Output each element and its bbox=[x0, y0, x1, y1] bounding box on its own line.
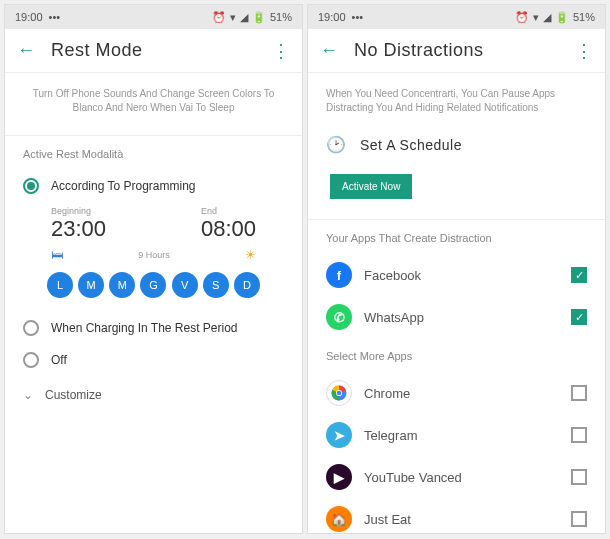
content: When You Need Concentrarti, You Can Paus… bbox=[308, 73, 605, 533]
description: Turn Off Phone Sounds And Change Screen … bbox=[23, 87, 284, 115]
signal-icon: ◢ bbox=[240, 11, 248, 24]
radio-label: When Charging In The Rest Period bbox=[51, 321, 238, 335]
signal-icon: ◢ bbox=[543, 11, 551, 24]
no-distractions-screen: 19:00 ••• ⏰ ▾ ◢ 🔋 51% ← No Distractions … bbox=[307, 4, 606, 534]
divider bbox=[308, 219, 605, 220]
page-title: Rest Mode bbox=[51, 40, 256, 61]
just-eat-icon: 🏠 bbox=[326, 506, 352, 532]
back-button[interactable]: ← bbox=[17, 40, 35, 61]
bed-icon: 🛏 bbox=[51, 248, 63, 262]
more-menu-button[interactable]: ⋮ bbox=[575, 40, 593, 62]
app-row-justeat[interactable]: 🏠 Just Eat bbox=[326, 498, 587, 533]
divider bbox=[5, 135, 302, 136]
rest-mode-screen: 19:00 ••• ⏰ ▾ ◢ 🔋 51% ← Rest Mode ⋮ Turn… bbox=[4, 4, 303, 534]
status-dots-icon: ••• bbox=[352, 11, 364, 23]
radio-off[interactable]: Off bbox=[23, 344, 284, 376]
checkbox[interactable]: ✓ bbox=[571, 309, 587, 325]
time-begin-value: 23:00 bbox=[51, 216, 106, 242]
section-distracting-label: Your Apps That Create Distraction bbox=[326, 232, 587, 244]
chrome-icon bbox=[326, 380, 352, 406]
day-v[interactable]: V bbox=[172, 272, 198, 298]
app-name: Chrome bbox=[364, 386, 559, 401]
section-more-label: Select More Apps bbox=[326, 350, 587, 362]
radio-icon bbox=[23, 320, 39, 336]
status-time: 19:00 bbox=[318, 11, 346, 23]
time-begin[interactable]: Beginning 23:00 bbox=[51, 206, 106, 242]
app-row-chrome[interactable]: Chrome bbox=[326, 372, 587, 414]
wifi-icon: ▾ bbox=[533, 11, 539, 24]
battery-icon: 🔋 bbox=[252, 11, 266, 24]
day-m1[interactable]: M bbox=[78, 272, 104, 298]
battery-pct: 51% bbox=[573, 11, 595, 23]
wifi-icon: ▾ bbox=[230, 11, 236, 24]
alarm-icon: ⏰ bbox=[212, 11, 226, 24]
app-name: Telegram bbox=[364, 428, 559, 443]
time-row: Beginning 23:00 End 08:00 bbox=[23, 206, 284, 242]
set-schedule-row[interactable]: 🕑 Set A Schedule bbox=[326, 135, 587, 154]
section-active-label: Active Rest Modalità bbox=[23, 148, 284, 160]
checkbox[interactable] bbox=[571, 385, 587, 401]
app-row-youtube[interactable]: ▶ YouTube Vanced bbox=[326, 456, 587, 498]
time-end-label: End bbox=[201, 206, 256, 216]
duration-row: 🛏 9 Hours ☀ bbox=[23, 242, 284, 272]
checkbox[interactable] bbox=[571, 427, 587, 443]
radio-icon bbox=[23, 352, 39, 368]
customize-row[interactable]: ⌄ Customize bbox=[23, 376, 284, 414]
radio-icon bbox=[23, 178, 39, 194]
time-end-value: 08:00 bbox=[201, 216, 256, 242]
app-bar: ← Rest Mode ⋮ bbox=[5, 29, 302, 73]
app-row-facebook[interactable]: f Facebook ✓ bbox=[326, 254, 587, 296]
youtube-vanced-icon: ▶ bbox=[326, 464, 352, 490]
status-bar: 19:00 ••• ⏰ ▾ ◢ 🔋 51% bbox=[5, 5, 302, 29]
alarm-icon: ⏰ bbox=[515, 11, 529, 24]
checkbox[interactable]: ✓ bbox=[571, 267, 587, 283]
battery-pct: 51% bbox=[270, 11, 292, 23]
day-d[interactable]: D bbox=[234, 272, 260, 298]
more-menu-button[interactable]: ⋮ bbox=[272, 40, 290, 62]
page-title: No Distractions bbox=[354, 40, 559, 61]
radio-programming[interactable]: According To Programming bbox=[23, 170, 284, 202]
whatsapp-icon: ✆ bbox=[326, 304, 352, 330]
radio-charging[interactable]: When Charging In The Rest Period bbox=[23, 312, 284, 344]
content: Turn Off Phone Sounds And Change Screen … bbox=[5, 73, 302, 533]
app-name: Facebook bbox=[364, 268, 559, 283]
radio-label: According To Programming bbox=[51, 179, 196, 193]
app-name: YouTube Vanced bbox=[364, 470, 559, 485]
status-bar: 19:00 ••• ⏰ ▾ ◢ 🔋 51% bbox=[308, 5, 605, 29]
time-end[interactable]: End 08:00 bbox=[201, 206, 256, 242]
chevron-down-icon: ⌄ bbox=[23, 388, 33, 402]
day-g[interactable]: G bbox=[140, 272, 166, 298]
app-name: Just Eat bbox=[364, 512, 559, 527]
back-button[interactable]: ← bbox=[320, 40, 338, 61]
app-bar: ← No Distractions ⋮ bbox=[308, 29, 605, 73]
checkbox[interactable] bbox=[571, 511, 587, 527]
facebook-icon: f bbox=[326, 262, 352, 288]
svg-point-3 bbox=[337, 391, 342, 396]
activate-now-button[interactable]: Activate Now bbox=[330, 174, 412, 199]
status-dots-icon: ••• bbox=[49, 11, 61, 23]
customize-label: Customize bbox=[45, 388, 102, 402]
app-row-telegram[interactable]: ➤ Telegram bbox=[326, 414, 587, 456]
sun-icon: ☀ bbox=[245, 248, 256, 262]
app-row-whatsapp[interactable]: ✆ WhatsApp ✓ bbox=[326, 296, 587, 338]
time-begin-label: Beginning bbox=[51, 206, 106, 216]
app-name: WhatsApp bbox=[364, 310, 559, 325]
battery-icon: 🔋 bbox=[555, 11, 569, 24]
set-schedule-label: Set A Schedule bbox=[360, 137, 462, 153]
telegram-icon: ➤ bbox=[326, 422, 352, 448]
radio-label: Off bbox=[51, 353, 67, 367]
day-s[interactable]: S bbox=[203, 272, 229, 298]
duration-text: 9 Hours bbox=[138, 250, 170, 260]
clock-icon: 🕑 bbox=[326, 135, 346, 154]
day-chips: L M M G V S D bbox=[23, 272, 284, 298]
day-l[interactable]: L bbox=[47, 272, 73, 298]
checkbox[interactable] bbox=[571, 469, 587, 485]
description: When You Need Concentrarti, You Can Paus… bbox=[326, 87, 587, 115]
status-time: 19:00 bbox=[15, 11, 43, 23]
day-m2[interactable]: M bbox=[109, 272, 135, 298]
